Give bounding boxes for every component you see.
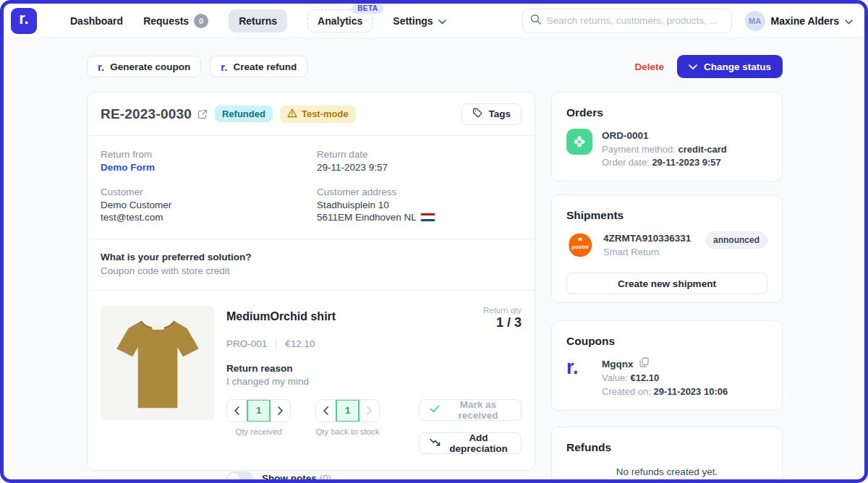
quantity-controls-row: 1 Qty received [226,399,522,454]
coupon-item[interactable]: r. Mgqnx Value: €12.10 Created on: 29-11… [566,357,767,399]
return-date-label: Return date [317,149,522,160]
generate-coupon-button[interactable]: r. Generate coupon [87,56,201,77]
field-customer-address: Customer address Stadhuisplein 10 5611EM… [317,187,522,224]
svg-text:postnl: postnl [571,244,588,250]
delete-button[interactable]: Delete [634,61,664,72]
qty-received-label: Qty received [226,427,291,436]
return-qty-value: 1 / 3 [483,315,522,330]
customer-email: test@test.com [101,212,317,224]
qty-received-value: 1 [247,400,271,422]
return-id: RE-2023-0030 [101,106,192,122]
coupon-created-line: Created on: 29-11-2023 10:06 [602,385,728,399]
nav-label-analytics: Analytics [318,15,362,27]
preferred-solution: What is your preferred solution? Coupon … [88,239,535,291]
change-status-button[interactable]: Change status [677,55,783,78]
coupon-created-value: 29-11-2023 10:06 [654,386,728,397]
address-line2: 5611EM Eindhoven NL [317,212,522,224]
tracking-number: 4ZRMTA910336331 [603,231,691,246]
tag-icon [472,108,482,120]
tshirt-illustration [110,312,205,414]
chevron-down-icon [845,14,853,27]
order-item[interactable]: ORD-0001 Payment method: credit-card Ord… [566,129,767,170]
beta-badge: BETA [352,3,383,14]
nav-label-returns: Returns [239,15,277,27]
order-payment-line: Payment method: credit-card [602,143,727,157]
qty-received-decrement-button[interactable] [227,400,247,422]
show-notes-toggle[interactable] [226,471,253,483]
order-date-line: Order date: 29-11-2023 9:57 [602,156,727,170]
product-sku: PRO-001 [226,338,267,349]
refunds-card: Refunds No refunds created yet. [551,427,783,483]
sku-price-row: PRO-001 €12.10 [226,338,522,351]
status-badge: Refunded [215,106,273,122]
orders-card: Orders ORD-0001 Payment method: credit-c… [551,92,783,181]
nav-label-dashboard: Dashboard [70,15,123,27]
qty-stock-increment-button[interactable] [359,400,379,422]
brand-logo[interactable]: r. [11,8,37,34]
shipment-item[interactable]: postnl 4ZRMTA910336331 Smart Return anno… [566,231,767,262]
global-search[interactable] [522,9,732,33]
show-notes-text: Show notes [262,473,317,483]
nav-item-analytics[interactable]: Analytics BETA [307,9,373,33]
return-reason-label: Return reason [226,363,522,374]
create-new-shipment-button[interactable]: Create new shipment [566,273,767,294]
nav-item-returns-active[interactable]: Returns [229,9,287,33]
solution-answer: Coupon code with store credit [101,265,522,276]
qty-received-group: 1 Qty received [226,399,291,454]
return-qty-block: Return qty 1 / 3 [483,306,522,330]
field-customer: Customer Demo Customer test@test.com [101,187,317,224]
copy-icon[interactable] [639,357,649,372]
return-fields: Return from Demo Form Return date 29-11-… [88,136,535,239]
add-depreciation-button[interactable]: Add depreciation [419,432,522,454]
qty-back-to-stock-group: 1 Qty back to stock [315,399,380,454]
divider [276,338,276,351]
top-navigation-bar: r. Dashboard Requests 0 Returns Analytic… [4,4,864,38]
generate-coupon-label: Generate coupon [110,61,190,72]
show-notes-row: Show notes (0) [226,471,522,483]
qty-received-increment-button[interactable] [271,400,290,422]
shipment-status-badge: announced [705,231,767,249]
coupon-created-label: Created on: [602,386,654,397]
add-depreciation-label: Add depreciation [446,432,511,454]
nav-item-dashboard[interactable]: Dashboard [70,15,123,27]
search-input[interactable] [547,15,724,26]
nav-item-settings[interactable]: Settings [393,15,446,27]
user-menu[interactable]: MA Maxine Alders [745,11,853,31]
tags-button[interactable]: Tags [461,103,522,125]
tags-label: Tags [488,108,511,119]
order-source-icon [566,129,592,155]
nav-item-requests[interactable]: Requests 0 [143,14,208,28]
nav-label-settings: Settings [393,15,433,27]
nav-label-requests: Requests [143,15,189,27]
order-id: ORD-0001 [602,129,727,143]
address-line2-text: 5611EM Eindhoven NL [317,212,417,223]
qty-back-to-stock-stepper: 1 [315,399,380,422]
return-header: RE-2023-0030 Refunded Test-mode Tags [88,93,535,136]
warning-icon [287,108,297,120]
chevron-down-icon [689,61,697,72]
trending-down-icon [430,437,441,449]
field-return-date: Return date 29-11-2023 9:57 [317,149,522,174]
coupons-title: Coupons [566,335,767,348]
return-detail-card: RE-2023-0030 Refunded Test-mode Tags [87,92,535,471]
requests-count-badge: 0 [194,14,208,28]
main-content: r. Generate coupon r. Create refund Dele… [4,38,864,479]
brand-icon: r. [221,61,227,72]
postnl-logo-icon: postnl [566,231,594,262]
create-refund-button[interactable]: r. Create refund [210,56,307,77]
coupon-value-label: Value: [602,372,631,383]
change-status-label: Change status [704,61,771,72]
return-from-link[interactable]: Demo Form [101,162,317,173]
product-name: MediumOrchid shirt [226,306,336,323]
payment-method-value: credit-card [678,144,727,155]
qty-stock-decrement-button[interactable] [316,400,336,422]
solution-question: What is your preferred solution? [101,252,522,262]
chevron-down-icon [438,15,446,27]
coupon-value: €12.10 [631,372,660,383]
external-link-icon[interactable] [197,109,208,119]
avatar: MA [745,11,765,31]
toggle-knob [228,473,239,483]
primary-nav: Dashboard Requests 0 Returns Analytics B… [70,9,446,33]
test-mode-label: Test-mode [302,108,349,119]
mark-as-received-button[interactable]: Mark as received [419,399,522,421]
